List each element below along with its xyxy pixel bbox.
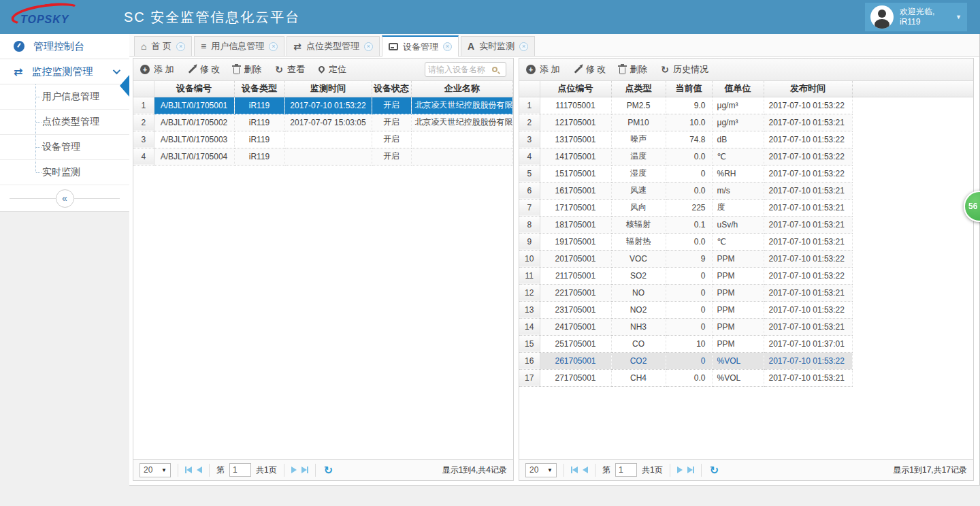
page-number-input[interactable] — [615, 463, 637, 477]
page-size-select[interactable]: 20 ▼ — [525, 463, 557, 477]
column-header[interactable]: 值单位 — [712, 81, 764, 97]
table-row[interactable]: 9191705001辐射热0.0℃2017-07-10 01:53:21 — [519, 233, 852, 250]
user-menu[interactable]: 欢迎光临, iR119 ▼ — [865, 3, 967, 31]
user-dropdown-icon[interactable]: ▼ — [956, 14, 962, 20]
cell: 201705001 — [540, 250, 611, 267]
tab-point-type[interactable]: ⇄ 点位类型管理 × — [287, 36, 380, 56]
cell: uSv/h — [712, 216, 764, 233]
first-page-button[interactable] — [185, 467, 192, 473]
table-row[interactable]: 17271705001CH40.0%VOL2017-07-10 01:53:21 — [519, 369, 852, 386]
table-row[interactable]: 15251705001CO10PPM2017-07-10 01:37:01 — [519, 335, 852, 352]
search-icon[interactable] — [492, 67, 497, 72]
delete-button[interactable]: 删除 — [619, 63, 647, 76]
table-row[interactable]: 1A/BJLT/0/1705001iR1192017-07-10 01:53:2… — [133, 97, 513, 114]
add-button[interactable]: + 添 加 — [526, 63, 560, 76]
history-button[interactable]: ↻ 历史情况 — [661, 63, 708, 76]
table-row[interactable]: 8181705001核辐射0.1uSv/h2017-07-10 01:53:21 — [519, 216, 852, 233]
first-page-button[interactable] — [571, 467, 578, 473]
table-row[interactable]: 2121705001PM1010.0μg/m³2017-07-10 01:53:… — [519, 114, 852, 131]
refresh-icon[interactable]: ↻ — [324, 464, 333, 477]
sidebar-collapse-button[interactable]: « — [56, 189, 74, 208]
cell: 湿度 — [611, 165, 666, 182]
cell: dB — [712, 131, 764, 148]
view-button[interactable]: ↻ 查看 — [275, 63, 305, 76]
prev-page-button[interactable] — [197, 467, 202, 473]
column-header[interactable]: 设备类型 — [234, 81, 284, 97]
cell: 2017-07-10 01:53:21 — [764, 114, 852, 131]
cell: 2017-07-10 01:53:22 — [764, 267, 852, 284]
sidebar-item-realtime-monitor[interactable]: 实时监测 — [0, 160, 129, 185]
device-search-input[interactable] — [428, 65, 492, 74]
close-icon[interactable]: × — [176, 42, 185, 51]
sidebar-item-user-info[interactable]: 用户信息管理 — [0, 84, 129, 110]
edit-button[interactable]: 修 改 — [188, 63, 220, 76]
table-row[interactable]: 10201705001VOC9PPM2017-07-10 01:53:22 — [519, 250, 852, 267]
table-row[interactable]: 3A/BJLT/0/1705003iR119开启 — [133, 131, 513, 148]
sidebar-item-monitor-management[interactable]: ⇄ 监控监测管理 — [0, 59, 129, 84]
cell: CO2 — [611, 352, 666, 369]
cell: PPM — [712, 267, 764, 284]
table-row[interactable]: 4A/BJLT/0/1705004iR119开启 — [133, 148, 513, 165]
edit-button[interactable]: 修 改 — [574, 63, 606, 76]
locate-button[interactable]: 定位 — [318, 63, 346, 76]
table-row[interactable]: 4141705001温度0.0℃2017-07-10 01:53:22 — [519, 148, 852, 165]
tab-device-management[interactable]: 设备管理 × — [382, 35, 459, 57]
close-icon[interactable]: × — [443, 42, 452, 51]
next-page-button[interactable] — [291, 467, 297, 473]
next-page-button[interactable] — [677, 467, 683, 473]
table-row[interactable]: 1111705001PM2.59.0μg/m³2017-07-10 01:53:… — [519, 97, 852, 114]
last-page-button[interactable] — [687, 467, 694, 473]
table-row[interactable]: 12221705001NO0PPM2017-07-10 01:53:21 — [519, 284, 852, 301]
cell: %VOL — [712, 352, 764, 369]
cell: 2017-07-10 01:37:01 — [764, 335, 852, 352]
last-page-button[interactable] — [301, 467, 308, 473]
tab-label: 设备管理 — [403, 41, 438, 53]
column-header[interactable]: 点类型 — [611, 81, 666, 97]
sidebar-item-dashboard[interactable]: 管理控制台 — [0, 34, 129, 59]
column-header[interactable]: 企业名称 — [411, 81, 513, 97]
table-row[interactable]: 2A/BJLT/0/1705002iR1192017-07-07 15:03:0… — [133, 114, 513, 131]
table-row[interactable]: 16261705001CO20%VOL2017-07-10 01:53:22 — [519, 352, 852, 369]
cell: PPM — [712, 318, 764, 335]
column-header[interactable]: 设备编号 — [154, 81, 234, 97]
delete-button[interactable]: 删除 — [233, 63, 261, 76]
row-number: 9 — [519, 233, 540, 250]
close-icon[interactable]: × — [269, 42, 278, 51]
sidebar-item-point-type[interactable]: 点位类型管理 — [0, 110, 129, 135]
prev-page-button[interactable] — [583, 467, 588, 473]
tab-user-info[interactable]: ≡ 用户信息管理 × — [194, 36, 284, 56]
cell: 开启 — [372, 97, 411, 114]
binoculars-icon: A — [468, 41, 474, 52]
table-row[interactable]: 14241705001NH30PPM2017-07-10 01:53:21 — [519, 318, 852, 335]
page-size-select[interactable]: 20 ▼ — [140, 463, 171, 477]
sidebar-item-device-management[interactable]: 设备管理 — [0, 135, 129, 160]
pencil-icon — [574, 66, 581, 74]
table-row[interactable]: 5151705001湿度0%RH2017-07-10 01:53:22 — [519, 165, 852, 182]
cell: 2017-07-10 01:53:21 — [764, 233, 852, 250]
column-header[interactable]: 发布时间 — [764, 81, 852, 97]
table-row[interactable]: 3131705001噪声74.8dB2017-07-10 01:53:22 — [519, 131, 852, 148]
column-header[interactable]: 当前值 — [666, 81, 712, 97]
table-row[interactable]: 13231705001NO20PPM2017-07-10 01:53:22 — [519, 301, 852, 318]
chevron-down-icon[interactable] — [113, 67, 120, 74]
close-icon[interactable]: × — [519, 42, 528, 51]
column-header[interactable]: 点位编号 — [540, 81, 611, 97]
cell: CH4 — [611, 369, 666, 386]
tab-home[interactable]: ⌂ 首 页 × — [134, 36, 192, 56]
cell: 161705001 — [540, 182, 611, 199]
table-row[interactable]: 11211705001SO20PPM2017-07-10 01:53:22 — [519, 267, 852, 284]
row-number-header — [519, 81, 540, 97]
add-button[interactable]: + 添 加 — [140, 63, 174, 76]
sidebar-filler — [0, 211, 129, 486]
close-icon[interactable]: × — [364, 42, 373, 51]
cell: 0 — [666, 352, 712, 369]
device-search-box — [425, 62, 506, 77]
table-row[interactable]: 6161705001风速0.0m/s2017-07-10 01:53:21 — [519, 182, 852, 199]
table-row[interactable]: 7171705001风向225度2017-07-10 01:53:21 — [519, 199, 852, 216]
refresh-icon[interactable]: ↻ — [710, 464, 719, 477]
page-prefix: 第 — [216, 464, 225, 476]
tab-realtime-monitor[interactable]: A 实时监测 × — [461, 36, 535, 56]
column-header[interactable]: 设备状态 — [372, 81, 411, 97]
column-header[interactable]: 监测时间 — [284, 81, 372, 97]
page-number-input[interactable] — [229, 463, 251, 477]
